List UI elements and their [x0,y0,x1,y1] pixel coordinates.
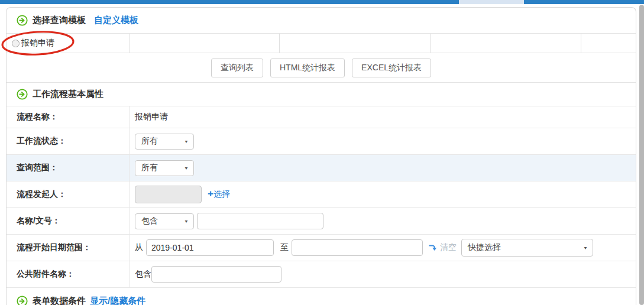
initiator-input [135,186,202,203]
workflow-status-row: 工作流状态： 所有 ▼ [7,128,636,155]
template-radio-label[interactable]: 报销申请 [21,38,54,48]
basic-section-title: 工作流程基本属性 [33,89,103,100]
workflow-status-label: 工作流状态： [7,128,130,154]
attachment-input[interactable] [151,266,281,283]
name-doc-operator: 包含 [141,216,158,226]
query-panel: 选择查询模板 自定义模板 报销申请 查询列表 HTML统计报表 EXCEL统计报… [6,7,636,305]
form-section-header: 表单数据条件 显示/隐藏条件 [7,288,636,305]
query-scope-label: 查询范围： [7,155,130,181]
date-from-label: 从 [135,242,143,253]
date-range-label: 流程开始日期范围： [7,235,130,261]
initiator-select-link[interactable]: 选择 [213,189,230,200]
process-name-label: 流程名称： [7,106,130,128]
chevron-down-icon: ▼ [184,219,189,223]
clear-arrow-icon[interactable] [428,244,437,252]
template-empty-cell [431,34,581,53]
green-arrow-icon [17,15,28,26]
date-to-label: 至 [280,242,289,253]
attachment-row: 公共附件名称： 包含 [7,261,636,288]
basic-section-header: 工作流程基本属性 [7,83,636,106]
chevron-down-icon: ▼ [184,139,189,144]
chevron-down-icon: ▼ [583,245,588,250]
process-name-row: 流程名称： 报销申请 [7,106,636,128]
green-arrow-icon [17,89,28,100]
date-range-row: 流程开始日期范围： 从 至 清空 快捷选择 ▼ [7,235,636,261]
clear-link[interactable]: 清空 [440,242,457,253]
template-empty-cell [280,34,431,53]
quick-select-dropdown[interactable]: 快捷选择 ▼ [461,239,593,257]
template-item[interactable]: 报销申请 [7,34,130,53]
initiator-row: 流程发起人： + 选择 [7,181,636,208]
chevron-down-icon: ▼ [184,166,189,170]
html-report-button[interactable]: HTML统计报表 [270,59,345,77]
workflow-status-select[interactable]: 所有 ▼ [135,134,194,150]
name-doc-operator-select[interactable]: 包含 ▼ [135,213,194,229]
query-list-button[interactable]: 查询列表 [211,59,263,77]
quick-select-value: 快捷选择 [468,242,501,253]
query-scope-select[interactable]: 所有 ▼ [135,160,194,176]
process-name-value: 报销申请 [135,112,168,122]
template-section-header: 选择查询模板 自定义模板 [7,8,636,34]
query-scope-row: 查询范围： 所有 ▼ [7,155,636,181]
show-hide-conditions-link[interactable]: 显示/隐藏条件 [90,296,145,305]
attachment-label: 公共附件名称： [7,261,130,287]
excel-report-button[interactable]: EXCEL统计报表 [352,59,431,77]
form-section-title: 表单数据条件 [33,296,86,305]
date-from-input[interactable] [146,239,274,256]
active-tab-indicator[interactable] [459,0,524,4]
attachment-operator: 包含 [135,269,151,280]
vertical-scrollbar[interactable] [639,5,644,305]
date-to-input[interactable] [292,239,423,256]
action-button-row: 查询列表 HTML统计报表 EXCEL统计报表 [7,53,636,83]
name-doc-input[interactable] [197,213,323,229]
template-list-row: 报销申请 [7,34,636,53]
green-arrow-icon [17,296,28,305]
query-scope-selected: 所有 [141,163,158,173]
template-empty-cell [581,34,636,53]
template-empty-cell [130,34,280,53]
custom-template-link[interactable]: 自定义模板 [94,15,138,26]
initiator-label: 流程发起人： [7,181,130,207]
template-radio[interactable] [12,40,20,47]
template-section-title: 选择查询模板 [33,15,86,26]
top-tab-bar [0,0,644,4]
name-doc-row: 名称/文号： 包含 ▼ [7,208,636,235]
workflow-status-selected: 所有 [141,136,158,147]
plus-icon[interactable]: + [208,189,213,199]
name-doc-label: 名称/文号： [7,208,130,234]
